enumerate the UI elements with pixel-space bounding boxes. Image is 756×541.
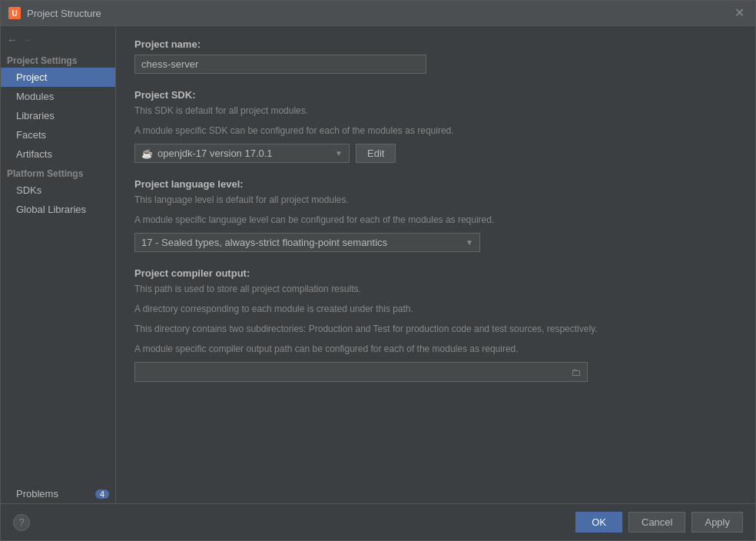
cancel-button[interactable]: Cancel	[628, 512, 685, 533]
sdk-dropdown[interactable]: ☕ openjdk-17 version 17.0.1 ▼	[134, 144, 350, 163]
lang-level-dropdown[interactable]: 17 - Sealed types, always-strict floatin…	[134, 233, 480, 252]
nav-back-row: ← →	[1, 29, 115, 51]
project-lang-section: Project language level: This language le…	[134, 178, 737, 252]
sdk-selected-value: openjdk-17 version 17.0.1	[158, 148, 273, 159]
apply-button[interactable]: Apply	[691, 512, 743, 533]
title-bar: U Project Structure ✕	[1, 1, 755, 26]
lang-dropdown-arrow-icon: ▼	[466, 238, 473, 247]
sidebar-item-global-libraries[interactable]: Global Libraries	[1, 200, 115, 219]
project-name-input[interactable]	[134, 55, 426, 74]
project-sdk-desc1: This SDK is default for all project modu…	[134, 104, 737, 118]
help-button[interactable]: ?	[13, 514, 30, 531]
sidebar-item-problems[interactable]: Problems 4	[1, 484, 115, 503]
compiler-output-path-box[interactable]: 🗀	[134, 362, 588, 382]
project-lang-desc1: This language level is default for all p…	[134, 193, 737, 207]
compiler-output-desc2: A directory corresponding to each module…	[134, 302, 737, 316]
back-arrow-icon[interactable]: ←	[7, 34, 18, 46]
dialog-title: Project Structure	[27, 8, 725, 19]
lang-selected-value: 17 - Sealed types, always-strict floatin…	[141, 237, 387, 248]
main-content: Project name: Project SDK: This SDK is d…	[116, 26, 755, 503]
folder-icon[interactable]: 🗀	[571, 367, 581, 378]
close-button[interactable]: ✕	[731, 5, 748, 21]
compiler-output-desc1: This path is used to store all project c…	[134, 282, 737, 296]
app-icon: U	[8, 7, 21, 19]
sidebar-item-sdks[interactable]: SDKs	[1, 181, 115, 200]
sidebar-item-facets[interactable]: Facets	[1, 125, 115, 144]
compiler-output-section: Project compiler output: This path is us…	[134, 267, 737, 382]
footer-right: OK Cancel Apply	[575, 512, 743, 533]
sidebar-item-project[interactable]: Project	[1, 68, 115, 87]
platform-settings-header: Platform Settings	[1, 164, 115, 181]
sdk-dropdown-arrow-icon: ▼	[335, 149, 343, 158]
compiler-output-desc4: A module specific compiler output path c…	[134, 342, 737, 356]
compiler-output-label: Project compiler output:	[134, 267, 737, 279]
dialog-body: ← → Project Settings Project Modules Lib…	[1, 26, 755, 503]
project-structure-dialog: U Project Structure ✕ ← → Project Settin…	[0, 0, 756, 541]
project-lang-label: Project language level:	[134, 178, 737, 190]
forward-arrow-icon[interactable]: →	[21, 34, 32, 46]
project-sdk-section: Project SDK: This SDK is default for all…	[134, 89, 737, 163]
sidebar: ← → Project Settings Project Modules Lib…	[1, 26, 116, 503]
ok-button[interactable]: OK	[575, 512, 622, 533]
problems-label: Problems	[16, 488, 58, 500]
footer-left: ?	[13, 514, 30, 531]
project-lang-desc2: A module specific language level can be …	[134, 213, 737, 227]
compiler-output-desc3: This directory contains two subdirectori…	[134, 322, 737, 336]
sidebar-item-modules[interactable]: Modules	[1, 87, 115, 106]
project-sdk-label: Project SDK:	[134, 89, 737, 101]
sdk-row: ☕ openjdk-17 version 17.0.1 ▼ Edit	[134, 144, 737, 163]
project-name-label: Project name:	[134, 38, 737, 50]
project-sdk-desc2: A module specific SDK can be configured …	[134, 124, 737, 138]
sidebar-item-artifacts[interactable]: Artifacts	[1, 144, 115, 164]
sidebar-item-libraries[interactable]: Libraries	[1, 106, 115, 125]
problems-badge: 4	[95, 490, 109, 499]
sdk-icon: ☕	[141, 148, 153, 159]
project-name-section: Project name:	[134, 38, 737, 74]
dialog-footer: ? OK Cancel Apply	[1, 503, 755, 540]
project-settings-header: Project Settings	[1, 51, 115, 68]
edit-sdk-button[interactable]: Edit	[356, 144, 396, 163]
